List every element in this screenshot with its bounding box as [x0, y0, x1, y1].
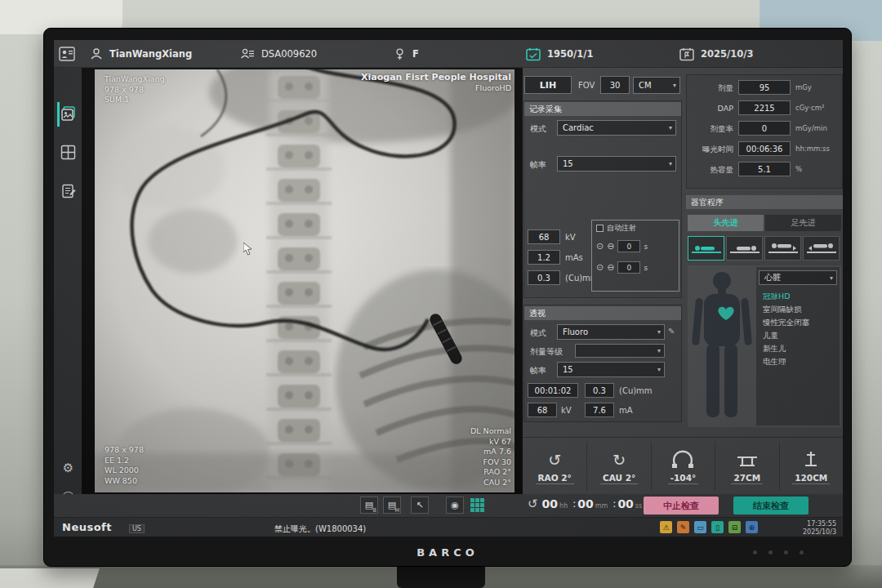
patient-id-icon — [240, 47, 255, 60]
monitor-control-buttons[interactable] — [753, 550, 804, 555]
snapshot-button[interactable]: ◉ — [446, 497, 464, 514]
auto-inject-label: 自动注射 — [607, 223, 636, 234]
control-region: LIH FOV 30 CM▾ 记录采集 模式 Cardiac▾ 帧率 15▾ 6… — [523, 68, 843, 494]
dose-label: 曝光时间 — [688, 145, 733, 155]
study-date-calendar-icon — [679, 47, 694, 61]
divider — [523, 437, 843, 438]
bed-position-button-2[interactable] — [726, 236, 763, 261]
network-icon[interactable]: ⊕ — [746, 521, 758, 533]
fov-unit-select[interactable]: CM▾ — [633, 77, 680, 94]
record-panel-title: 记录采集 — [524, 102, 681, 116]
sidebar-item-layout[interactable] — [57, 141, 79, 163]
system-clock: 17:35:55 2025/10/3 — [803, 520, 836, 536]
clock-date: 2025/10/3 — [803, 528, 836, 537]
record-mode-select[interactable]: Cardiac▾ — [557, 120, 676, 136]
dose-value: 5.1 — [738, 162, 791, 176]
language-indicator[interactable]: US — [129, 524, 145, 533]
birthdate-calendar-icon — [526, 47, 541, 61]
inject-row: ⊙ ⊖ 0 s — [596, 261, 648, 274]
organ-program-list: 心脏▾ 冠脉HD 室间隔缺损 慢性完全闭塞 儿童 新生儿 电生理 — [756, 267, 840, 425]
layers-icon[interactable]: ⊟ — [728, 521, 741, 533]
program-item[interactable]: 慢性完全闭塞 — [763, 318, 809, 328]
cau-indicator[interactable]: ↻ CAU 2° — [586, 442, 650, 491]
fluoro-kv-box: 68 — [528, 403, 557, 417]
bed-position-button-3[interactable] — [764, 236, 801, 261]
system-message: 禁止曝光。(W1800034) — [274, 523, 366, 535]
record-fps-select[interactable]: 15▾ — [557, 156, 676, 172]
inject-delay-box[interactable]: 0 — [617, 261, 640, 274]
dose-value: 95 — [738, 80, 791, 95]
dose-label: 剂量率 — [688, 124, 733, 135]
report-icon — [61, 184, 76, 199]
dose-unit: hh:mm:ss — [795, 145, 830, 153]
pointer-tool-button[interactable]: ↖ — [411, 497, 429, 514]
dose-unit: cGy·cm² — [795, 104, 824, 112]
gantry-position-row: ↺ RAO 2° ↻ CAU 2° -104° 27 — [523, 442, 843, 491]
dose-label: 热容量 — [688, 165, 733, 176]
image-store-button[interactable]: ▤M — [383, 497, 401, 514]
fluoro-fps-select[interactable]: 15▾ — [557, 362, 665, 377]
layout-grid-button[interactable] — [470, 498, 484, 512]
fluoro-image-viewport[interactable]: TianWangXiang 978 x 978 SUM 1 Xiaogan Fi… — [82, 68, 523, 494]
inject-delay-box[interactable]: 0 — [617, 240, 640, 252]
abort-exam-button[interactable]: 中止检查 — [644, 497, 719, 514]
top-bar: TianWangXiang DSA009620 F 1950/1/1 — [54, 40, 843, 68]
bed-position-icon — [728, 239, 761, 257]
fluoro-cu-unit: (Cu)mm — [619, 386, 653, 395]
sidebar-item-acquisition[interactable] — [57, 102, 79, 124]
monitor-brand: BARCO — [44, 546, 851, 559]
program-item[interactable]: 新生儿 — [763, 344, 786, 354]
auto-inject-checkbox[interactable] — [596, 225, 604, 232]
fov-value-box[interactable]: 30 — [600, 76, 630, 94]
exposure-warning-icon[interactable]: ⚠ — [660, 521, 672, 533]
fluoro-fps-label: 帧率 — [530, 365, 546, 376]
overlay-top-right: Xiaogan Fisrt People Hospital FluoroHD — [361, 73, 511, 93]
c-arm-angle-indicator[interactable]: -104° — [651, 442, 715, 491]
sidebar-item-settings[interactable]: ⚙ — [57, 457, 79, 479]
cine-store-button[interactable]: ▤B — [360, 497, 378, 514]
body-figure[interactable] — [690, 269, 754, 424]
program-item[interactable]: 儿童 — [763, 331, 778, 341]
dose-label: 剂量 — [688, 83, 733, 94]
fluoro-mode-select[interactable]: Fluoro▾ — [557, 324, 665, 340]
patient-id: DSA009620 — [261, 48, 317, 60]
sid-indicator[interactable]: 120CM — [779, 442, 843, 491]
timer-icon: ↺ — [528, 497, 538, 511]
sidebar-item-report[interactable] — [57, 180, 79, 203]
fluoro-mode-label: 模式 — [530, 327, 546, 339]
hand-switch-icon[interactable]: ✎ — [677, 521, 689, 533]
patient-icon — [90, 47, 103, 60]
chevron-down-icon: ▾ — [657, 366, 661, 373]
program-item[interactable]: 室间隔缺损 — [763, 305, 802, 315]
timer-ss: 00 — [617, 497, 633, 510]
program-item[interactable]: 冠脉HD — [763, 292, 790, 302]
thermometer-icon[interactable]: ▯ — [711, 521, 724, 533]
chevron-down-icon: ▾ — [669, 124, 672, 131]
auto-inject-group: 自动注射 ⊙ ⊖ 0 s ⊙ ⊖ 0 s — [591, 220, 679, 292]
dose-unit: mGy — [795, 83, 812, 91]
tab-head-first[interactable]: 头先进 — [688, 215, 764, 231]
fluoro-edit-icon[interactable]: ✎ — [668, 327, 675, 336]
dose-unit: mGy/min — [795, 124, 827, 132]
injector-icon: ⊙ — [596, 241, 604, 252]
minus-circle-icon[interactable]: ⊖ — [607, 262, 614, 273]
dose-label: DAP — [688, 104, 733, 113]
table-height-indicator[interactable]: 27CM — [715, 442, 778, 491]
patient-gender: F — [412, 48, 419, 60]
bed-position-button-4[interactable] — [803, 236, 840, 261]
bed-position-button-1[interactable] — [688, 236, 724, 261]
organ-select[interactable]: 心脏▾ — [759, 270, 837, 285]
dose-level-select[interactable]: ▾ — [575, 344, 665, 358]
minus-circle-icon[interactable]: ⊖ — [607, 241, 614, 252]
fluoro-mode-label: FluoroHD — [361, 83, 511, 94]
rao-indicator[interactable]: ↺ RAO 2° — [523, 442, 586, 491]
record-mas-box: 1.2 — [528, 250, 560, 265]
finish-exam-button[interactable]: 结束检查 — [733, 497, 808, 514]
gender-icon — [394, 47, 406, 60]
tab-feet-first[interactable]: 足先进 — [765, 215, 841, 231]
fluoro-ma-box: 7.6 — [585, 403, 614, 417]
rao-rotation-icon: ↺ — [548, 449, 561, 470]
fluoro-time-box: 00:01:02 — [528, 383, 578, 398]
program-item[interactable]: 电生理 — [763, 357, 786, 368]
ruler-icon[interactable]: ▭ — [694, 521, 706, 533]
